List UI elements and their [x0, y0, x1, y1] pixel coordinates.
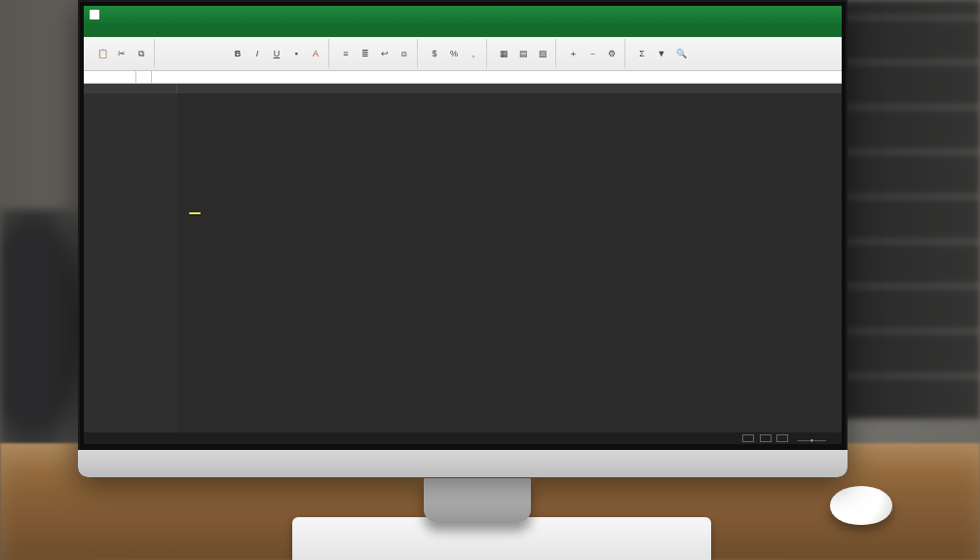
- screen: 📋 ✂ ⧉ B I U ▪ A ≡ ≣ ↩ ⧈ $ %: [84, 6, 842, 444]
- formula-input[interactable]: [152, 71, 842, 83]
- format-table-button[interactable]: ▤: [514, 45, 532, 62]
- sort-filter-button[interactable]: ▼: [653, 45, 670, 62]
- ribbon-group-font: B I U ▪ A: [159, 39, 329, 68]
- font-color-button[interactable]: A: [307, 45, 324, 62]
- underline-button[interactable]: U: [268, 45, 285, 62]
- ribbon: 📋 ✂ ⧉ B I U ▪ A ≡ ≣ ↩ ⧈ $ %: [84, 37, 842, 70]
- ribbon-group-editing: Σ ▼ 🔍: [629, 39, 694, 68]
- view-layout-button[interactable]: [760, 434, 772, 442]
- font-size-select[interactable]: [209, 45, 227, 62]
- keyboard-peripheral: [292, 517, 711, 560]
- worksheet-area: [84, 93, 842, 432]
- name-box[interactable]: [84, 71, 136, 83]
- insert-cells-button[interactable]: ＋: [564, 45, 582, 62]
- find-button[interactable]: 🔍: [672, 45, 690, 62]
- cell-badge: [189, 212, 201, 214]
- cell-styles-button[interactable]: ▧: [534, 45, 551, 62]
- ribbon-group-cells: ＋ － ⚙: [560, 39, 625, 68]
- wrap-text-button[interactable]: ↩: [376, 45, 394, 62]
- view-normal-button[interactable]: [742, 434, 754, 442]
- percent-button[interactable]: %: [445, 45, 463, 62]
- title-bar: [84, 6, 842, 23]
- formula-bar: [84, 70, 842, 84]
- align-left-button[interactable]: ≡: [337, 45, 355, 62]
- ribbon-group-styles: ▦ ▤ ▧: [491, 39, 556, 68]
- currency-button[interactable]: $: [426, 45, 443, 62]
- merge-button[interactable]: ⧈: [396, 45, 413, 62]
- paste-button[interactable]: 📋: [94, 45, 111, 62]
- copy-button[interactable]: ⧉: [132, 45, 150, 62]
- cut-button[interactable]: ✂: [113, 45, 131, 62]
- zoom-controls: ───●───: [740, 434, 836, 443]
- monitor-stand: [424, 478, 531, 523]
- autosum-button[interactable]: Σ: [633, 45, 651, 62]
- select-all-corner[interactable]: [84, 84, 177, 93]
- conditional-format-button[interactable]: ▦: [495, 45, 512, 62]
- delete-cells-button[interactable]: －: [584, 45, 601, 62]
- italic-button[interactable]: I: [248, 45, 266, 62]
- font-select[interactable]: [163, 45, 207, 62]
- ribbon-group-number: $ % ,: [422, 39, 487, 68]
- fill-color-button[interactable]: ▪: [287, 45, 305, 62]
- app-icon: [90, 10, 99, 19]
- column-headers: [84, 84, 842, 93]
- cells-grid[interactable]: [177, 93, 842, 432]
- fx-icon[interactable]: [136, 71, 152, 83]
- zoom-slider[interactable]: ───●───: [798, 437, 826, 443]
- bold-button[interactable]: B: [229, 45, 246, 62]
- ribbon-group-alignment: ≡ ≣ ↩ ⧈: [333, 39, 418, 68]
- row-label-panel: [84, 93, 177, 432]
- monitor: 📋 ✂ ⧉ B I U ▪ A ≡ ≣ ↩ ⧈ $ %: [78, 0, 848, 477]
- format-cells-button[interactable]: ⚙: [603, 45, 621, 62]
- status-bar: ───●───: [84, 432, 842, 444]
- ribbon-tabs: [84, 23, 842, 37]
- align-center-button[interactable]: ≣: [357, 45, 374, 62]
- comma-button[interactable]: ,: [465, 45, 482, 62]
- ribbon-group-clipboard: 📋 ✂ ⧉: [90, 39, 155, 68]
- view-break-button[interactable]: [776, 434, 788, 442]
- mouse-peripheral: [830, 486, 892, 525]
